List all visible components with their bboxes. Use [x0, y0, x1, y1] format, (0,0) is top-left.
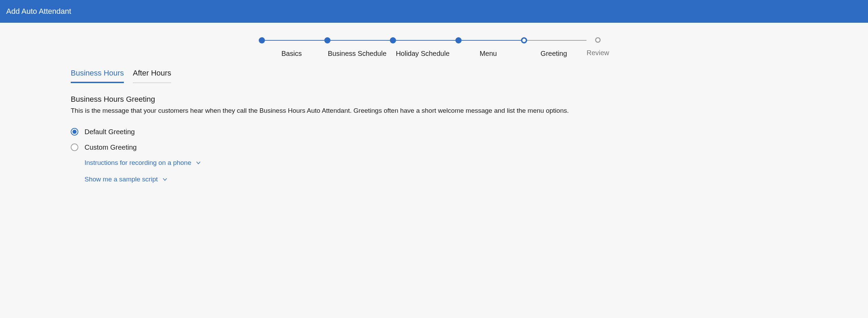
link-text: Show me a sample script [85, 176, 158, 183]
step-holiday-schedule[interactable]: Holiday Schedule [390, 37, 455, 58]
step-menu[interactable]: Menu [455, 37, 521, 58]
step-dot-icon [455, 37, 462, 43]
chevron-down-icon [195, 160, 201, 166]
link-sample-script[interactable]: Show me a sample script [85, 176, 797, 183]
page-header: Add Auto Attendant [0, 0, 868, 23]
step-label: Holiday Schedule [396, 50, 450, 58]
tab-business-hours[interactable]: Business Hours [71, 69, 124, 83]
step-label: Business Schedule [328, 50, 386, 58]
radio-default-greeting[interactable] [71, 128, 78, 136]
section-description: This is the message that your customers … [71, 106, 797, 116]
step-basics[interactable]: Basics [259, 37, 324, 58]
page-title: Add Auto Attendant [6, 7, 71, 16]
link-text: Instructions for recording on a phone [85, 159, 191, 167]
step-dot-icon [259, 37, 265, 43]
step-connector [331, 40, 390, 41]
content-area: Business Hours After Hours Business Hour… [0, 66, 868, 197]
step-dot-icon [390, 37, 396, 43]
step-label: Basics [282, 50, 302, 58]
chevron-down-icon [162, 176, 168, 182]
step-label: Greeting [541, 50, 567, 58]
step-greeting[interactable]: Greeting [521, 37, 586, 58]
step-review[interactable]: Review [586, 37, 609, 57]
greeting-tabs: Business Hours After Hours [71, 69, 797, 83]
radio-default-greeting-row[interactable]: Default Greeting [71, 128, 797, 136]
radio-label: Custom Greeting [85, 143, 137, 151]
radio-label: Default Greeting [85, 128, 135, 136]
section-title: Business Hours Greeting [71, 95, 797, 104]
step-label: Menu [480, 50, 497, 58]
step-connector [265, 40, 324, 41]
tab-after-hours[interactable]: After Hours [133, 69, 171, 83]
step-business-schedule[interactable]: Business Schedule [324, 37, 390, 58]
step-dot-icon [521, 37, 527, 43]
step-dot-icon [324, 37, 331, 43]
step-connector [462, 40, 521, 41]
radio-custom-greeting[interactable] [71, 143, 78, 151]
link-instructions[interactable]: Instructions for recording on a phone [85, 159, 797, 167]
wizard-stepper: Basics Business Schedule Holiday Schedul… [0, 23, 868, 66]
step-dot-icon [595, 37, 601, 43]
step-connector [527, 40, 586, 41]
step-connector [396, 40, 455, 41]
step-label: Review [586, 49, 609, 57]
radio-custom-greeting-row[interactable]: Custom Greeting [71, 143, 797, 151]
